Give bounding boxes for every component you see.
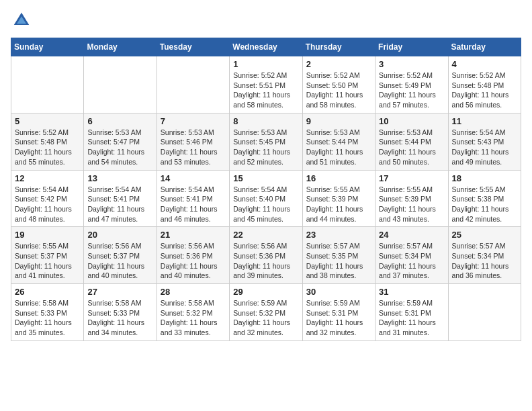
day-info: Sunrise: 5:54 AMSunset: 5:43 PMDaylight:… [452, 128, 517, 167]
day-info: Sunrise: 5:52 AMSunset: 5:49 PMDaylight:… [379, 71, 444, 110]
calendar-cell: 23Sunrise: 5:57 AMSunset: 5:35 PMDayligh… [302, 227, 375, 284]
calendar-cell: 19Sunrise: 5:55 AMSunset: 5:37 PMDayligh… [11, 227, 84, 284]
day-info: Sunrise: 5:55 AMSunset: 5:39 PMDaylight:… [306, 185, 371, 224]
day-number: 28 [161, 287, 226, 297]
day-number: 2 [306, 59, 371, 69]
calendar-cell: 26Sunrise: 5:58 AMSunset: 5:33 PMDayligh… [11, 284, 84, 341]
calendar-week-row: 5Sunrise: 5:52 AMSunset: 5:48 PMDaylight… [11, 113, 521, 170]
day-info: Sunrise: 5:54 AMSunset: 5:40 PMDaylight:… [233, 185, 298, 224]
calendar-cell: 25Sunrise: 5:57 AMSunset: 5:34 PMDayligh… [448, 227, 521, 284]
day-number: 14 [161, 173, 226, 183]
calendar-cell: 5Sunrise: 5:52 AMSunset: 5:48 PMDaylight… [11, 113, 84, 170]
calendar-cell: 12Sunrise: 5:54 AMSunset: 5:42 PMDayligh… [11, 170, 84, 227]
calendar-cell: 7Sunrise: 5:53 AMSunset: 5:46 PMDaylight… [157, 113, 229, 170]
weekday-header-saturday: Saturday [448, 38, 521, 56]
calendar-cell [11, 56, 84, 113]
day-number: 22 [233, 230, 298, 240]
day-number: 11 [452, 116, 517, 126]
calendar-cell: 17Sunrise: 5:55 AMSunset: 5:39 PMDayligh… [375, 170, 448, 227]
weekday-header-friday: Friday [375, 38, 448, 56]
day-info: Sunrise: 5:53 AMSunset: 5:47 PMDaylight:… [87, 128, 152, 167]
day-info: Sunrise: 5:58 AMSunset: 5:32 PMDaylight:… [161, 298, 226, 338]
day-info: Sunrise: 5:57 AMSunset: 5:34 PMDaylight:… [379, 241, 444, 281]
calendar-cell [157, 56, 229, 113]
day-info: Sunrise: 5:52 AMSunset: 5:50 PMDaylight:… [306, 71, 371, 110]
day-number: 17 [379, 173, 444, 183]
day-info: Sunrise: 5:52 AMSunset: 5:51 PMDaylight:… [233, 71, 298, 110]
calendar-cell: 11Sunrise: 5:54 AMSunset: 5:43 PMDayligh… [448, 113, 521, 170]
calendar-cell: 10Sunrise: 5:53 AMSunset: 5:44 PMDayligh… [375, 113, 448, 170]
calendar-cell: 2Sunrise: 5:52 AMSunset: 5:50 PMDaylight… [302, 56, 375, 113]
logo [11, 11, 34, 30]
day-number: 29 [233, 287, 298, 297]
day-number: 4 [452, 59, 517, 69]
calendar-cell: 15Sunrise: 5:54 AMSunset: 5:40 PMDayligh… [230, 170, 302, 227]
calendar-table: SundayMondayTuesdayWednesdayThursdayFrid… [11, 38, 521, 341]
calendar-cell: 24Sunrise: 5:57 AMSunset: 5:34 PMDayligh… [375, 227, 448, 284]
day-number: 3 [379, 59, 444, 69]
day-number: 12 [15, 173, 80, 183]
calendar-week-row: 12Sunrise: 5:54 AMSunset: 5:42 PMDayligh… [11, 170, 521, 227]
day-number: 26 [15, 287, 80, 297]
day-info: Sunrise: 5:57 AMSunset: 5:35 PMDaylight:… [306, 241, 371, 281]
day-info: Sunrise: 5:55 AMSunset: 5:39 PMDaylight:… [379, 185, 444, 224]
day-number: 18 [452, 173, 517, 183]
calendar-header-row: SundayMondayTuesdayWednesdayThursdayFrid… [11, 38, 521, 56]
calendar-cell [448, 284, 521, 341]
day-info: Sunrise: 5:56 AMSunset: 5:36 PMDaylight:… [233, 241, 298, 281]
weekday-header-tuesday: Tuesday [157, 38, 229, 56]
day-number: 15 [233, 173, 298, 183]
day-info: Sunrise: 5:58 AMSunset: 5:33 PMDaylight:… [87, 298, 152, 338]
day-info: Sunrise: 5:54 AMSunset: 5:42 PMDaylight:… [15, 185, 80, 224]
day-info: Sunrise: 5:59 AMSunset: 5:32 PMDaylight:… [233, 298, 298, 338]
day-info: Sunrise: 5:55 AMSunset: 5:38 PMDaylight:… [452, 185, 517, 224]
day-info: Sunrise: 5:59 AMSunset: 5:31 PMDaylight:… [379, 298, 444, 338]
day-info: Sunrise: 5:54 AMSunset: 5:41 PMDaylight:… [87, 185, 152, 224]
calendar-cell: 29Sunrise: 5:59 AMSunset: 5:32 PMDayligh… [230, 284, 302, 341]
day-number: 27 [87, 287, 152, 297]
day-number: 6 [87, 116, 152, 126]
calendar-week-row: 26Sunrise: 5:58 AMSunset: 5:33 PMDayligh… [11, 284, 521, 341]
calendar-cell: 27Sunrise: 5:58 AMSunset: 5:33 PMDayligh… [84, 284, 157, 341]
calendar-cell: 4Sunrise: 5:52 AMSunset: 5:48 PMDaylight… [448, 56, 521, 113]
calendar-cell: 22Sunrise: 5:56 AMSunset: 5:36 PMDayligh… [230, 227, 302, 284]
day-number: 16 [306, 173, 371, 183]
day-number: 21 [161, 230, 226, 240]
calendar-cell: 30Sunrise: 5:59 AMSunset: 5:31 PMDayligh… [302, 284, 375, 341]
day-info: Sunrise: 5:53 AMSunset: 5:44 PMDaylight:… [306, 128, 371, 167]
calendar-cell: 14Sunrise: 5:54 AMSunset: 5:41 PMDayligh… [157, 170, 229, 227]
day-info: Sunrise: 5:53 AMSunset: 5:45 PMDaylight:… [233, 128, 298, 167]
weekday-header-sunday: Sunday [11, 38, 84, 56]
calendar-cell: 16Sunrise: 5:55 AMSunset: 5:39 PMDayligh… [302, 170, 375, 227]
calendar-cell: 6Sunrise: 5:53 AMSunset: 5:47 PMDaylight… [84, 113, 157, 170]
day-info: Sunrise: 5:59 AMSunset: 5:31 PMDaylight:… [306, 298, 371, 338]
day-number: 30 [306, 287, 371, 297]
day-number: 9 [306, 116, 371, 126]
day-number: 1 [233, 59, 298, 69]
day-number: 20 [87, 230, 152, 240]
calendar-cell [84, 56, 157, 113]
calendar-cell: 13Sunrise: 5:54 AMSunset: 5:41 PMDayligh… [84, 170, 157, 227]
day-number: 10 [379, 116, 444, 126]
day-number: 31 [379, 287, 444, 297]
calendar-cell: 18Sunrise: 5:55 AMSunset: 5:38 PMDayligh… [448, 170, 521, 227]
weekday-header-wednesday: Wednesday [230, 38, 302, 56]
day-number: 8 [233, 116, 298, 126]
calendar-cell: 1Sunrise: 5:52 AMSunset: 5:51 PMDaylight… [230, 56, 302, 113]
day-number: 24 [379, 230, 444, 240]
calendar-cell: 8Sunrise: 5:53 AMSunset: 5:45 PMDaylight… [230, 113, 302, 170]
day-number: 13 [87, 173, 152, 183]
day-info: Sunrise: 5:52 AMSunset: 5:48 PMDaylight:… [452, 71, 517, 110]
day-info: Sunrise: 5:52 AMSunset: 5:48 PMDaylight:… [15, 128, 80, 167]
day-info: Sunrise: 5:56 AMSunset: 5:37 PMDaylight:… [87, 241, 152, 281]
day-info: Sunrise: 5:56 AMSunset: 5:36 PMDaylight:… [161, 241, 226, 281]
day-info: Sunrise: 5:58 AMSunset: 5:33 PMDaylight:… [15, 298, 80, 338]
weekday-header-thursday: Thursday [302, 38, 375, 56]
day-number: 25 [452, 230, 517, 240]
calendar-week-row: 19Sunrise: 5:55 AMSunset: 5:37 PMDayligh… [11, 227, 521, 284]
day-info: Sunrise: 5:53 AMSunset: 5:44 PMDaylight:… [379, 128, 444, 167]
calendar-cell: 3Sunrise: 5:52 AMSunset: 5:49 PMDaylight… [375, 56, 448, 113]
day-number: 7 [161, 116, 226, 126]
day-info: Sunrise: 5:55 AMSunset: 5:37 PMDaylight:… [15, 241, 80, 281]
day-info: Sunrise: 5:53 AMSunset: 5:46 PMDaylight:… [161, 128, 226, 167]
